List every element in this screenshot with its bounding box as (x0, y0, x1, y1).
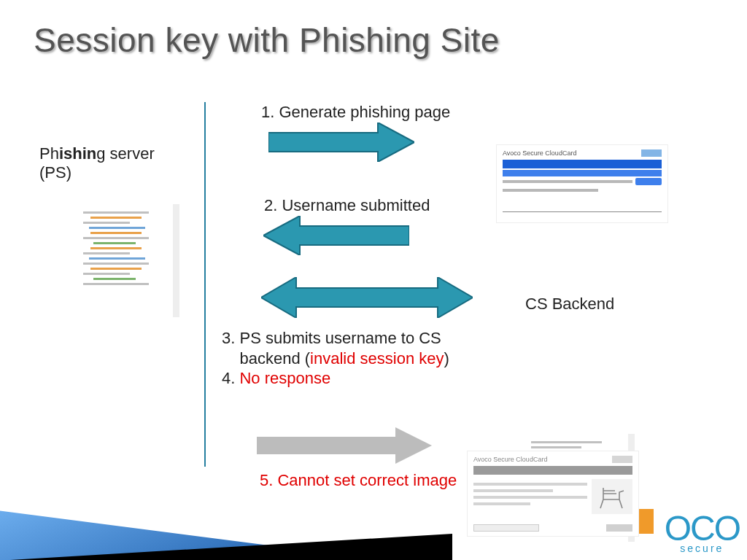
step-4-num: 4. (222, 369, 239, 387)
step-1-label: 1. Generate phishing page (261, 102, 450, 122)
cs-backend-label: CS Backend (525, 295, 614, 314)
oco-secure-logo: OCO secure (665, 514, 740, 554)
arrow-double-3-icon (261, 277, 473, 318)
svg-marker-3 (257, 427, 432, 464)
ps-code-thumbnail (77, 204, 179, 317)
logo-big: OCO (665, 514, 740, 544)
thumb2-logo-icon (612, 456, 632, 463)
vertical-divider (204, 102, 206, 467)
arrow-right-5-icon (257, 427, 432, 464)
step-4-red: No response (239, 369, 330, 387)
step-3-4-label: 3. PS submits username to CS backend (in… (222, 328, 484, 389)
ps-bold: ishin (59, 144, 96, 163)
svg-marker-1 (263, 216, 409, 255)
slide: Session key with Phishing Site Phishing … (0, 0, 747, 560)
thumb-button-icon (635, 178, 662, 185)
step-2-label: 2. Username submitted (264, 195, 430, 216)
arrow-right-1-icon (268, 122, 414, 162)
thumb2-button-icon (606, 524, 632, 532)
step-5-label: 5. Cannot set correct image (260, 470, 464, 491)
thumb-logo-icon (641, 149, 662, 157)
phishing-server-label: Phishing server (PS) (39, 144, 155, 182)
svg-marker-2 (261, 277, 473, 318)
slide-title: Session key with Phishing Site (34, 20, 500, 60)
svg-marker-0 (268, 122, 414, 162)
cloudcard-page-thumbnail: Avoco Secure CloudCard (496, 144, 668, 223)
step-3-red: invalid session key (310, 349, 444, 368)
arrow-left-2-icon (263, 216, 409, 255)
thumb2-title: Avoco Secure CloudCard (473, 456, 547, 463)
step-3-post: ) (444, 349, 449, 368)
ps-pre: Ph (39, 144, 59, 163)
thumb-title: Avoco Secure CloudCard (503, 149, 576, 157)
decorative-wedge (0, 496, 496, 560)
chair-image-icon (592, 479, 632, 514)
